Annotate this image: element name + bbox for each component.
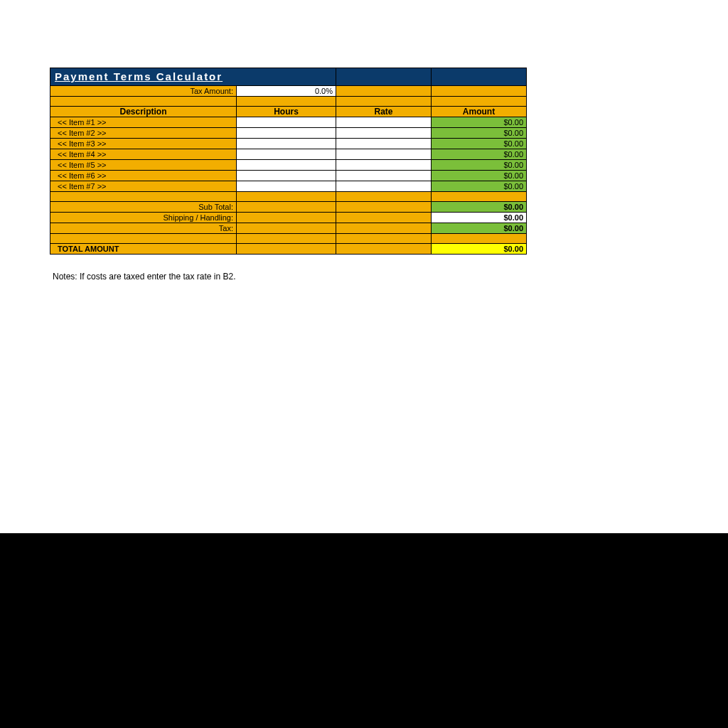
item-rate[interactable]	[336, 149, 432, 160]
total-label: TOTAL AMOUNT	[50, 244, 237, 255]
item-description[interactable]: << Item #4 >>	[50, 149, 237, 160]
spacer-row-1	[50, 97, 527, 107]
shipping-row: Shipping / Handling: $0.00	[50, 213, 527, 223]
title-spacer-2	[432, 68, 527, 86]
table-row: << Item #3 >> $0.00	[50, 139, 527, 149]
title-row: Payment Terms Calculator	[50, 68, 527, 86]
table-row: << Item #6 >> $0.00	[50, 171, 527, 181]
subtotal-value: $0.00	[432, 202, 527, 213]
subtotal-label: Sub Total:	[50, 202, 237, 213]
header-rate: Rate	[336, 107, 432, 117]
notes-text: Notes: If costs are taxed enter the tax …	[53, 272, 526, 282]
tax-amount-label: Tax Amount:	[50, 86, 237, 97]
tax-amount-input[interactable]: 0.0%	[237, 86, 336, 97]
page: Payment Terms Calculator Tax Amount: 0.0…	[0, 0, 728, 728]
header-hours: Hours	[237, 107, 336, 117]
item-rate[interactable]	[336, 128, 432, 139]
item-description[interactable]: << Item #7 >>	[50, 181, 237, 192]
table-row: << Item #7 >> $0.00	[50, 181, 527, 192]
item-rate[interactable]	[336, 181, 432, 192]
shipping-label: Shipping / Handling:	[50, 213, 237, 223]
item-amount: $0.00	[432, 181, 527, 192]
total-value: $0.00	[432, 244, 527, 255]
item-description[interactable]: << Item #1 >>	[50, 117, 237, 128]
tax-amount-row: Tax Amount: 0.0%	[50, 86, 527, 97]
item-hours[interactable]	[237, 171, 336, 181]
title-spacer-1	[336, 68, 432, 86]
item-amount: $0.00	[432, 160, 527, 171]
item-hours[interactable]	[237, 128, 336, 139]
header-amount: Amount	[432, 107, 527, 117]
item-hours[interactable]	[237, 117, 336, 128]
calculator-sheet: Payment Terms Calculator Tax Amount: 0.0…	[50, 68, 526, 282]
tax-spacer-2	[432, 86, 527, 97]
header-description: Description	[50, 107, 237, 117]
table-row: << Item #5 >> $0.00	[50, 160, 527, 171]
spacer-row-3	[50, 234, 527, 244]
item-rate[interactable]	[336, 117, 432, 128]
shipping-value[interactable]: $0.00	[432, 213, 527, 223]
tax-row-value: $0.00	[432, 223, 527, 234]
item-amount: $0.00	[432, 117, 527, 128]
item-amount: $0.00	[432, 139, 527, 149]
item-hours[interactable]	[237, 149, 336, 160]
black-band	[0, 533, 728, 728]
item-amount: $0.00	[432, 171, 527, 181]
item-rate[interactable]	[336, 139, 432, 149]
item-description[interactable]: << Item #6 >>	[50, 171, 237, 181]
tax-spacer-1	[336, 86, 432, 97]
tax-row: Tax: $0.00	[50, 223, 527, 234]
item-amount: $0.00	[432, 128, 527, 139]
total-row: TOTAL AMOUNT $0.00	[50, 244, 527, 255]
table-row: << Item #1 >> $0.00	[50, 117, 527, 128]
spacer-row-2	[50, 192, 527, 202]
item-hours[interactable]	[237, 181, 336, 192]
table-row: << Item #4 >> $0.00	[50, 149, 527, 160]
item-hours[interactable]	[237, 139, 336, 149]
item-amount: $0.00	[432, 149, 527, 160]
item-rate[interactable]	[336, 171, 432, 181]
subtotal-row: Sub Total: $0.00	[50, 202, 527, 213]
title-cell: Payment Terms Calculator	[50, 68, 336, 86]
calculator-table: Payment Terms Calculator Tax Amount: 0.0…	[50, 68, 527, 255]
item-rate[interactable]	[336, 160, 432, 171]
item-description[interactable]: << Item #2 >>	[50, 128, 237, 139]
tax-row-label: Tax:	[50, 223, 237, 234]
table-row: << Item #2 >> $0.00	[50, 128, 527, 139]
item-description[interactable]: << Item #3 >>	[50, 139, 237, 149]
header-row: Description Hours Rate Amount	[50, 107, 527, 117]
item-description[interactable]: << Item #5 >>	[50, 160, 237, 171]
item-hours[interactable]	[237, 160, 336, 171]
